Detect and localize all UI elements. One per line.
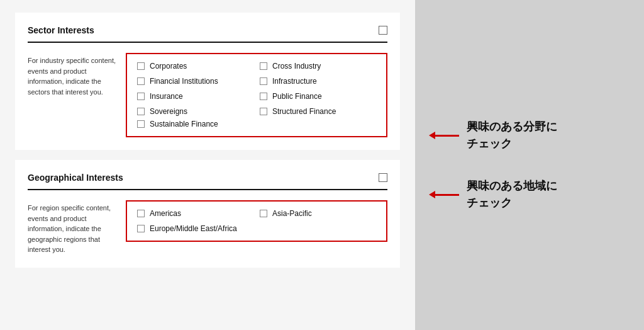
americas-checkbox[interactable] [137, 210, 145, 217]
list-item: Corporates [137, 62, 253, 71]
list-item: Europe/Middle East/Africa [137, 224, 253, 233]
sector-options-grid: Corporates Cross Industry Financial Inst… [137, 62, 376, 116]
public-finance-checkbox[interactable] [260, 93, 267, 100]
list-item: Asia-Pacific [260, 209, 376, 218]
sector-options-box: Corporates Cross Industry Financial Inst… [126, 53, 387, 137]
annotation-sidebar: 興味のある分野に チェック 興味のある地域に チェック [415, 0, 644, 330]
geo-title: Geographical Interests [28, 173, 123, 183]
main-content: Sector Interests For industry specific c… [0, 0, 415, 330]
sovereigns-label: Sovereigns [150, 107, 187, 116]
cross-industry-checkbox[interactable] [260, 62, 267, 70]
structured-finance-label: Structured Finance [272, 107, 336, 116]
geo-body: For region specific content, events and … [28, 200, 387, 255]
corporates-label: Corporates [150, 62, 187, 71]
list-item: Insurance [137, 92, 253, 101]
list-item: Public Finance [260, 92, 376, 101]
list-item: Cross Industry [260, 62, 376, 71]
insurance-label: Insurance [150, 92, 183, 101]
cross-industry-label: Cross Industry [272, 62, 321, 71]
sector-body: For industry specific content, events an… [28, 53, 387, 137]
asia-pacific-label: Asia-Pacific [272, 209, 312, 218]
geo-options-grid: Americas Asia-Pacific Europe/Middle East… [137, 209, 376, 233]
sector-title: Sector Interests [28, 25, 94, 35]
annotation-text-2: 興味のある地域に チェック [467, 178, 557, 212]
geo-header: Geographical Interests [28, 173, 387, 190]
public-finance-label: Public Finance [272, 92, 322, 101]
financial-institutions-label: Financial Institutions [150, 77, 218, 86]
financial-institutions-checkbox[interactable] [137, 77, 145, 85]
annotation-text-1: 興味のある分野に チェック [467, 118, 557, 152]
list-item: Sovereigns [137, 107, 253, 116]
sector-header: Sector Interests [28, 25, 387, 43]
insurance-checkbox[interactable] [137, 93, 145, 100]
sector-select-all-checkbox[interactable] [379, 26, 387, 35]
sector-interests-card: Sector Interests For industry specific c… [15, 13, 400, 150]
geo-select-all-checkbox[interactable] [379, 173, 387, 182]
infrastructure-label: Infrastructure [272, 77, 317, 86]
list-item: Sustainable Finance [137, 120, 376, 128]
annotation-arrow-1 [434, 135, 459, 137]
sector-description: For industry specific content, events an… [28, 53, 116, 97]
list-item: Infrastructure [260, 77, 376, 86]
geo-options-box: Americas Asia-Pacific Europe/Middle East… [126, 200, 387, 242]
annotation-arrow-2 [434, 194, 459, 196]
sustainable-finance-checkbox[interactable] [137, 120, 145, 128]
emea-checkbox[interactable] [137, 225, 145, 232]
list-item: Financial Institutions [137, 77, 253, 86]
infrastructure-checkbox[interactable] [260, 77, 267, 85]
geo-interests-card: Geographical Interests For region specif… [15, 160, 400, 268]
corporates-checkbox[interactable] [137, 62, 145, 70]
structured-finance-checkbox[interactable] [260, 108, 267, 115]
annotation-geo: 興味のある地域に チェック [434, 178, 557, 212]
annotation-sector: 興味のある分野に チェック [434, 118, 557, 152]
list-item: Structured Finance [260, 107, 376, 116]
americas-label: Americas [150, 209, 181, 218]
geo-description: For region specific content, events and … [28, 200, 116, 255]
asia-pacific-checkbox[interactable] [260, 210, 267, 217]
sustainable-finance-label: Sustainable Finance [150, 120, 218, 128]
sovereigns-checkbox[interactable] [137, 108, 145, 115]
list-item: Americas [137, 209, 253, 218]
emea-label: Europe/Middle East/Africa [150, 224, 237, 233]
